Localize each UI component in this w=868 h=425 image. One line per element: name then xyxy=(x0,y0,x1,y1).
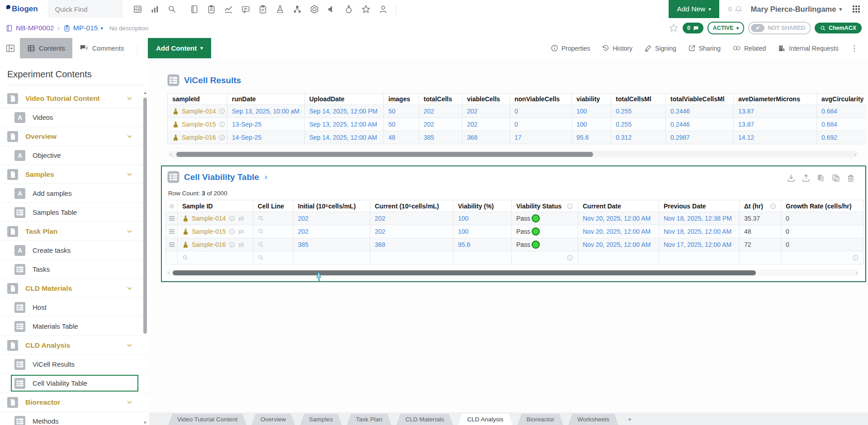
unlink-icon[interactable] xyxy=(238,215,245,222)
viability-column-header[interactable]: Viability Status xyxy=(512,200,578,212)
sidebar-item-samples-table[interactable]: Samples Table xyxy=(0,203,149,222)
sample-link[interactable]: Sample-016 xyxy=(182,134,216,141)
profile-icon[interactable] xyxy=(378,5,388,14)
chevron-down-icon[interactable] xyxy=(126,95,133,102)
round-flask-icon[interactable] xyxy=(344,5,354,14)
sample-link[interactable]: Sample-015 xyxy=(182,121,216,128)
star-icon[interactable] xyxy=(361,5,371,14)
viability-cell[interactable]: 48 xyxy=(740,225,781,238)
vicell-column-header[interactable]: sampleId xyxy=(167,93,227,105)
empty-cell[interactable] xyxy=(253,251,293,264)
collapse-sidebar-icon[interactable] xyxy=(5,43,15,53)
vicell-cell[interactable]: 368 xyxy=(462,131,510,144)
vicell-column-header[interactable]: totalViableCellsMl xyxy=(666,93,734,105)
viability-sample-cell[interactable]: Sample-014 xyxy=(178,212,253,225)
sample-link[interactable]: Sample-016 xyxy=(192,241,226,248)
viability-cell[interactable]: 202 xyxy=(293,225,370,238)
cell-line-cell[interactable] xyxy=(253,212,293,225)
viability-cell[interactable]: 202 xyxy=(370,225,453,238)
breadcrumb-entry-link[interactable]: MP-015▾ xyxy=(63,24,103,32)
vicell-cell[interactable]: 385 xyxy=(419,131,462,144)
sidebar-item-vicell-results[interactable]: ViCell Results xyxy=(0,355,149,374)
sharing-button[interactable]: Sharing xyxy=(688,44,721,52)
vicell-cell[interactable]: 202 xyxy=(419,105,462,118)
row-drag-handle[interactable] xyxy=(165,225,178,238)
viability-column-header[interactable]: Sample ID xyxy=(178,200,253,212)
vicell-sample-cell[interactable]: Sample-016 xyxy=(167,131,227,144)
viability-cell[interactable]: Nov 18, 2025, 12:38 PM xyxy=(659,212,740,225)
vicell-column-header[interactable]: images xyxy=(384,93,419,105)
search-icon[interactable] xyxy=(258,215,264,222)
sidebar-item-host[interactable]: Host xyxy=(0,298,149,317)
related-button[interactable]: Related xyxy=(732,44,766,52)
overflow-menu-icon[interactable]: ⋮ xyxy=(850,43,858,53)
registry-hexagon-icon[interactable] xyxy=(310,5,319,14)
add-content-button[interactable]: Add Content▾ xyxy=(148,38,211,58)
scroll-left-icon[interactable]: ‹ xyxy=(168,269,170,276)
row-drag-handle[interactable] xyxy=(165,238,178,251)
sidebar-item-cell-viability-table[interactable]: Cell Viability Table xyxy=(0,374,149,393)
vicell-cell[interactable]: Sep 14, 2025, 12:00 AM xyxy=(305,131,384,144)
bottom-tab-samples[interactable]: Samples xyxy=(300,414,342,425)
search-icon[interactable] xyxy=(167,5,177,14)
vicell-cell[interactable]: 0.692 xyxy=(817,131,866,144)
comments-count-badge[interactable]: 0 xyxy=(683,23,703,33)
sample-link[interactable]: Sample-014 xyxy=(182,108,216,115)
viability-cell[interactable]: 202 xyxy=(293,212,370,225)
sidebar-scrollbar[interactable]: ▲ ▼ xyxy=(143,90,147,425)
tasks-clipboard-icon[interactable] xyxy=(258,5,268,14)
vicell-cell[interactable]: 0.312 xyxy=(611,131,666,144)
vicell-column-header[interactable]: avgCircularity xyxy=(817,93,866,105)
empty-cell[interactable] xyxy=(178,251,253,264)
bottom-tab-cld-analysis[interactable]: CLD Analysis xyxy=(458,414,512,425)
viability-hscroll-thumb[interactable] xyxy=(173,270,756,275)
chevron-down-icon[interactable] xyxy=(126,285,133,292)
vicell-column-header[interactable]: viableCells xyxy=(462,93,510,105)
chevron-down-icon[interactable] xyxy=(126,399,133,406)
duplicate-icon[interactable] xyxy=(831,174,840,183)
viability-cell[interactable]: Nov 18, 2025, 12:00 AM xyxy=(659,225,740,238)
sidebar-section-samples[interactable]: Samples xyxy=(0,165,149,184)
empty-cell[interactable] xyxy=(578,251,659,264)
vicell-hscrollbar[interactable]: ‹ › xyxy=(168,151,858,157)
vicell-column-header[interactable]: nonViableCells xyxy=(510,93,572,105)
vicell-cell[interactable]: Sep 13, 2025, 10:00 aM xyxy=(227,105,305,118)
viability-cell[interactable]: 35.37 xyxy=(740,212,781,225)
empty-cell[interactable] xyxy=(293,251,370,264)
bottom-tab-bioreactor[interactable]: Bioreactor xyxy=(518,414,564,425)
viability-cell[interactable]: 95.6 xyxy=(453,238,512,251)
sidebar-section-task-plan[interactable]: Task Plan xyxy=(0,222,149,241)
cell-line-cell[interactable] xyxy=(253,225,293,238)
vicell-sample-cell[interactable]: Sample-015 xyxy=(167,118,227,131)
vicell-cell[interactable]: 0.684 xyxy=(817,118,866,131)
search-icon[interactable] xyxy=(182,255,189,261)
entry-description[interactable]: No description xyxy=(109,25,148,32)
vicell-cell[interactable]: 100 xyxy=(572,105,611,118)
vicell-cell[interactable]: 0 xyxy=(510,105,572,118)
protocol-icon[interactable] xyxy=(207,5,216,14)
viability-cell[interactable]: Nov 20, 2025, 12:00 AM xyxy=(578,238,659,251)
vicell-cell[interactable]: 50 xyxy=(384,118,419,131)
flask-icon[interactable] xyxy=(275,5,285,14)
viability-column-header[interactable]: Growth Rate (cells/hr) xyxy=(781,200,863,212)
sample-link[interactable]: Sample-014 xyxy=(192,215,226,222)
notifications-button[interactable]: 0 xyxy=(728,5,743,14)
paste-icon[interactable] xyxy=(816,174,826,183)
vicell-cell[interactable]: 202 xyxy=(462,118,510,131)
sidebar-item-create-tasks[interactable]: ACreate tasks xyxy=(0,241,149,260)
internal-requests-button[interactable]: Internal Requests xyxy=(778,44,839,52)
viability-status-cell[interactable]: Pass xyxy=(512,225,578,238)
vicell-cell[interactable]: Sep 14, 2025, 12:00 PM xyxy=(305,105,384,118)
viability-column-header[interactable]: Cell Line xyxy=(253,200,293,212)
sidebar-item-materials-table[interactable]: Materials Table xyxy=(0,317,149,336)
viability-cell[interactable]: 0 xyxy=(781,238,863,251)
sidebar-item-videos[interactable]: AVideos xyxy=(0,108,149,127)
vicell-cell[interactable]: 14-Sep-25 xyxy=(227,131,305,144)
requests-chat-icon[interactable] xyxy=(241,5,250,14)
history-button[interactable]: History xyxy=(602,44,632,52)
vicell-column-header[interactable]: totalCellsMl xyxy=(611,93,666,105)
viability-hscrollbar[interactable]: ‹ › xyxy=(166,269,859,276)
results-chart-icon[interactable] xyxy=(224,5,233,14)
inventory-icon[interactable] xyxy=(133,5,142,14)
user-menu[interactable]: Mary Pierce-Burlingame▾ xyxy=(751,5,842,14)
